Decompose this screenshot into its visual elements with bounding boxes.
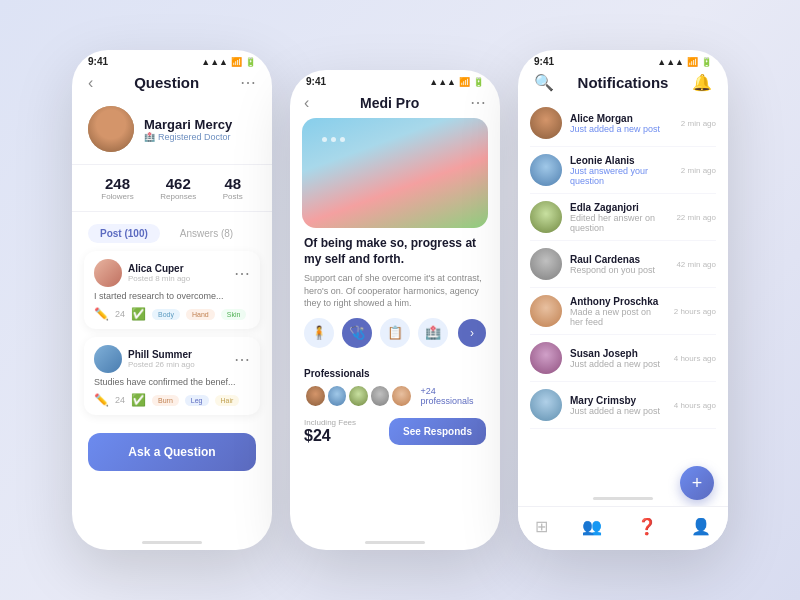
edit-icon-2: ✏️	[94, 393, 109, 407]
professionals-label: Professionals	[304, 368, 486, 379]
tab-answers[interactable]: Answers (8)	[168, 224, 245, 243]
home-indicator-right	[593, 497, 653, 500]
battery-icon: 🔋	[245, 57, 256, 67]
stat-responses: 462 Reponses	[160, 175, 196, 201]
notif-avatar-1	[530, 107, 562, 139]
check-icon-1: ✅	[131, 307, 146, 321]
post-time-2: Posted 26 min ago	[128, 360, 195, 369]
notif-info: Raul CardenasRespond on you post	[570, 254, 668, 275]
battery-icon-mid: 🔋	[473, 77, 484, 87]
fees-label: Including Fees	[304, 418, 356, 427]
post-avatar-1	[94, 259, 122, 287]
home-indicator-left	[142, 541, 202, 544]
notif-time: 4 hours ago	[674, 401, 716, 410]
profile-info: Margari Mercy 🏥 Registered Doctor	[144, 117, 232, 142]
post-count-2: 24	[115, 395, 125, 405]
tag-leg-2[interactable]: Leg	[185, 395, 209, 406]
post-avatar-2	[94, 345, 122, 373]
notif-info: Susan JosephJust added a new post	[570, 348, 666, 369]
fab-button[interactable]: +	[680, 466, 714, 500]
post-card-2: Phill Summer Posted 26 min ago ⋯ Studies…	[84, 337, 260, 415]
status-icons-mid: ▲▲▲ 📶 🔋	[429, 77, 484, 87]
right-header: 🔍 Notifications 🔔	[518, 69, 728, 100]
notif-info: Edla ZaganjoriEdited her answer on quest…	[570, 202, 668, 233]
mid-header: ‹ Medi Pro ⋯	[290, 89, 500, 118]
see-responds-button[interactable]: See Responds	[389, 418, 486, 445]
person-icon[interactable]: 🧍	[304, 318, 334, 348]
notif-avatar-3	[530, 201, 562, 233]
notif-avatar-6	[530, 342, 562, 374]
status-bar-mid: 9:41 ▲▲▲ 📶 🔋	[290, 70, 500, 89]
notification-item[interactable]: Edla ZaganjoriEdited her answer on quest…	[530, 194, 716, 241]
prescription-icon[interactable]: 📋	[380, 318, 410, 348]
post-more-2[interactable]: ⋯	[234, 350, 250, 369]
back-icon[interactable]: ‹	[88, 74, 93, 92]
notification-item[interactable]: Leonie AlanisJust answered your question…	[530, 147, 716, 194]
tag-hand-1[interactable]: Hand	[186, 309, 215, 320]
notification-item[interactable]: Susan JosephJust added a new post4 hours…	[530, 335, 716, 382]
profile-section: Margari Mercy 🏥 Registered Doctor	[72, 98, 272, 160]
signal-icon-right: ▲▲▲	[657, 57, 684, 67]
nav-home-icon[interactable]: ⊞	[535, 517, 548, 536]
tab-posts[interactable]: Post (100)	[88, 224, 160, 243]
notif-info: Mary CrimsbyJust added a new post	[570, 395, 666, 416]
status-bar-left: 9:41 ▲▲▲ 📶 🔋	[72, 50, 272, 69]
notif-action: Just added a new post	[570, 124, 673, 134]
more-icon[interactable]: ⋯	[240, 73, 256, 92]
wifi-icon-right: 📶	[687, 57, 698, 67]
next-icon[interactable]: ›	[458, 319, 486, 347]
notif-name: Mary Crimsby	[570, 395, 666, 406]
hospital-icon[interactable]: 🏥	[418, 318, 448, 348]
prof-avatar-3	[347, 384, 370, 408]
notif-action: Respond on you post	[570, 265, 668, 275]
status-time-left: 9:41	[88, 56, 108, 67]
notification-item[interactable]: Anthony ProschkaMade a new post on her f…	[530, 288, 716, 335]
notif-info: Leonie AlanisJust answered your question	[570, 155, 673, 186]
notif-time: 2 min ago	[681, 166, 716, 175]
notification-item[interactable]: Mary CrimsbyJust added a new post4 hours…	[530, 382, 716, 429]
right-title: Notifications	[578, 74, 669, 91]
post-count-1: 24	[115, 309, 125, 319]
nav-profile-icon[interactable]: 👤	[691, 517, 711, 536]
notification-item[interactable]: Raul CardenasRespond on you post42 min a…	[530, 241, 716, 288]
edit-icon-1: ✏️	[94, 307, 109, 321]
notification-item[interactable]: Alice MorganJust added a new post2 min a…	[530, 100, 716, 147]
notif-time: 2 hours ago	[674, 307, 716, 316]
nav-people-icon[interactable]: 👥	[582, 517, 602, 536]
notif-time: 22 min ago	[676, 213, 716, 222]
hero-image	[302, 118, 488, 228]
left-phone: 9:41 ▲▲▲ 📶 🔋 ‹ Question ⋯ Margari Mercy …	[72, 50, 272, 550]
signal-icon-mid: ▲▲▲	[429, 77, 456, 87]
tag-body-1[interactable]: Body	[152, 309, 180, 320]
notif-avatar-4	[530, 248, 562, 280]
home-indicator-mid	[365, 541, 425, 544]
nav-help-icon[interactable]: ❓	[637, 517, 657, 536]
post-card-1: Alica Cuper Posted 8 min ago ⋯ I started…	[84, 251, 260, 329]
more-icon-mid[interactable]: ⋯	[470, 93, 486, 112]
tag-skin-1[interactable]: Skin	[221, 309, 247, 320]
doctor-icon: 🏥	[144, 132, 155, 142]
article-title: Of being make so, progress at my self an…	[304, 236, 486, 267]
post-name-1: Alica Cuper	[128, 263, 190, 274]
prof-avatar-5	[390, 384, 413, 408]
profile-name: Margari Mercy	[144, 117, 232, 132]
tag-hair-2[interactable]: Hair	[215, 395, 240, 406]
notif-avatar-2	[530, 154, 562, 186]
notif-name: Susan Joseph	[570, 348, 666, 359]
article-icons: 🧍 🩺 📋 🏥 ›	[304, 318, 486, 348]
post-more-1[interactable]: ⋯	[234, 264, 250, 283]
bell-icon-right[interactable]: 🔔	[692, 73, 712, 92]
notif-name: Edla Zaganjori	[570, 202, 668, 213]
fees-row: Including Fees $24 See Responds	[290, 412, 500, 449]
stethoscope-icon[interactable]: 🩺	[342, 318, 372, 348]
ask-question-button[interactable]: Ask a Question	[88, 433, 256, 471]
notif-name: Alice Morgan	[570, 113, 673, 124]
stats-row: 248 Folowers 462 Reponses 48 Posts	[72, 164, 272, 212]
notif-avatar-7	[530, 389, 562, 421]
search-icon-right[interactable]: 🔍	[534, 73, 554, 92]
notif-time: 4 hours ago	[674, 354, 716, 363]
notif-action: Made a new post on her feed	[570, 307, 666, 327]
stat-followers: 248 Folowers	[101, 175, 133, 201]
check-icon-2: ✅	[131, 393, 146, 407]
tag-burn-2[interactable]: Burn	[152, 395, 179, 406]
